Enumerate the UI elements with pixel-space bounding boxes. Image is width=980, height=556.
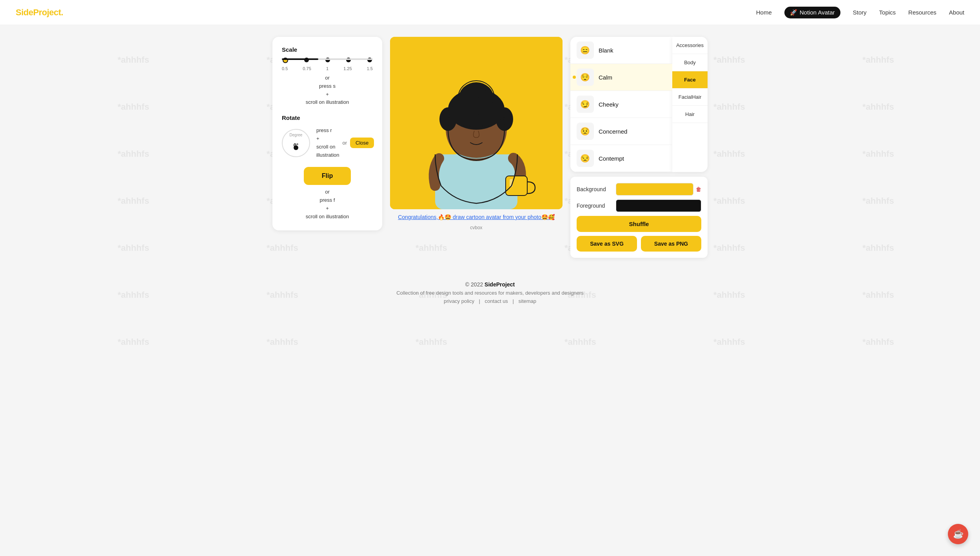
background-color-row: Background 🗑 [577,183,701,196]
footer-tagline: Collection of free design tools and reso… [8,290,972,296]
expression-name-contempt: Contempt [599,155,624,162]
background-color-wrap: 🗑 [616,183,701,196]
category-tab-hair[interactable]: Hair [672,106,708,123]
promo-link[interactable]: Congratulations,🔥🤩 draw cartoon avatar f… [398,214,555,220]
scale-hint: or press s + scroll on illustration [282,74,373,107]
left-panel: Scale 0.5 0.75 1 1.25 1.5 [272,37,382,230]
save-png-button[interactable]: Save as PNG [641,236,701,252]
scale-slider-container [282,58,373,63]
right-complete: 😑 Blank 😌 Calm 😏 Cheeky 😟 Concerned 😒 Co… [570,37,708,258]
nav-about[interactable]: About [949,9,964,16]
expression-item-concerned[interactable]: 😟 Concerned [570,118,672,145]
category-tabs: AccessoriesBodyFaceFacialHairHair [672,37,708,172]
expression-icon-blank: 😑 [577,42,594,59]
sep-2: | [513,298,514,304]
category-tab-face[interactable]: Face [672,71,708,89]
flip-button[interactable]: Flip [304,167,351,185]
tick-1: 0.75 [303,66,311,71]
slider-filled [282,58,318,60]
expression-item-blank[interactable]: 😑 Blank [570,37,672,64]
cvbox-label: cvbox [470,225,482,230]
nav-topics[interactable]: Topics [879,9,896,16]
expression-list: 😑 Blank 😌 Calm 😏 Cheeky 😟 Concerned 😒 Co… [570,37,672,172]
expression-icon-concerned: 😟 [577,123,594,140]
illustration-area: Congratulations,🔥🤩 draw cartoon avatar f… [390,37,563,230]
flip-section: Flip or press f + scroll on illustration [282,167,373,221]
avatar-canvas[interactable] [390,37,563,209]
contact-link[interactable]: contact us [485,298,508,304]
foreground-color-row: Foreground [577,199,701,212]
expression-icon-contempt: 😒 [577,150,594,167]
category-tab-body[interactable]: Body [672,54,708,71]
foreground-label: Foreground [577,203,612,209]
foreground-color-swatch[interactable] [616,199,701,212]
tick-0: 0.5 [282,66,288,71]
background-label: Background [577,186,612,192]
scale-label: Scale [282,46,373,53]
shuffle-button[interactable]: Shuffle [577,216,701,232]
expression-name-blank: Blank [599,47,613,54]
background-color-swatch[interactable] [616,183,693,196]
rotate-section: Rotate Degree 0° press r + scroll on ill… [282,114,373,159]
save-row: Save as SVG Save as PNG [577,236,701,252]
expression-icon-calm: 😌 [577,69,594,86]
category-tab-facialhair[interactable]: FacialHair [672,89,708,106]
coffee-button[interactable]: ☕ [948,524,968,544]
svg-rect-10 [506,176,527,196]
nav-notion-avatar[interactable]: 🚀 Notion Avatar [784,7,840,18]
footer-links: privacy policy | contact us | sitemap [8,298,972,304]
close-button[interactable]: Close [350,138,374,148]
nav-home[interactable]: Home [756,9,772,16]
header: SideProject. Home 🚀 Notion Avatar Story … [0,0,980,25]
flip-hint: or press f + scroll on illustration [306,188,349,221]
tick-3: 1.25 [343,66,352,71]
copyright-line: © 2022 SideProject [8,281,972,288]
site-logo[interactable]: SideProject. [16,7,63,18]
degree-dot [294,145,298,150]
privacy-link[interactable]: privacy policy [444,298,474,304]
expression-item-cheeky[interactable]: 😏 Cheeky [570,91,672,118]
expression-name-cheeky: Cheeky [599,101,619,108]
degree-circle[interactable]: Degree 0° [282,129,310,157]
footer: © 2022 SideProject Collection of free de… [0,270,980,312]
expression-item-contempt[interactable]: 😒 Contempt [570,145,672,172]
svg-rect-2 [435,154,517,209]
foreground-color-wrap [616,199,701,212]
nav-resources[interactable]: Resources [908,9,936,16]
active-dot [573,76,576,79]
nav-story[interactable]: Story [853,9,867,16]
sep-1: | [479,298,480,304]
color-controls: Background 🗑 Foreground Shuffle Save as … [570,177,708,258]
tick-2: 1 [326,66,328,71]
rotate-hint-text: press r + scroll on illustration [316,127,339,159]
slider-labels: 0.5 0.75 1 1.25 1.5 [282,66,373,71]
expression-item-calm[interactable]: 😌 Calm [570,64,672,91]
tick-4: 1.5 [367,66,373,71]
footer-site-name: SideProject [485,281,515,288]
expression-name-concerned: Concerned [599,128,627,135]
rotate-controls: Degree 0° press r + scroll on illustrati… [282,127,373,159]
save-svg-button[interactable]: Save as SVG [577,236,637,252]
rotate-or-text: or [342,140,347,146]
avatar-svg [390,37,563,209]
scale-section: Scale 0.5 0.75 1 1.25 1.5 [282,46,373,107]
rocket-icon: 🚀 [790,9,797,16]
background-trash-icon[interactable]: 🗑 [696,186,701,192]
rotate-label: Rotate [282,114,373,121]
degree-label: Degree [290,133,303,137]
main-content: Scale 0.5 0.75 1 1.25 1.5 [0,25,980,270]
main-nav: Home 🚀 Notion Avatar Story Topics Resour… [756,7,964,18]
expression-name-calm: Calm [599,74,612,81]
expr-tabs-row: 😑 Blank 😌 Calm 😏 Cheeky 😟 Concerned 😒 Co… [570,37,708,172]
sitemap-link[interactable]: sitemap [519,298,537,304]
slider-track [282,58,373,60]
expression-icon-cheeky: 😏 [577,96,594,113]
category-tab-accessories[interactable]: Accessories [672,37,708,54]
